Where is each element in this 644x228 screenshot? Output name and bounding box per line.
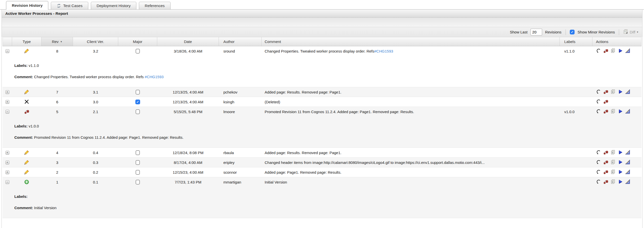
type-cell bbox=[12, 167, 42, 177]
revisions-label: Revisions bbox=[545, 30, 561, 34]
major-checkbox[interactable] bbox=[136, 49, 140, 54]
expand-toggle[interactable]: + bbox=[6, 151, 9, 155]
major-checkbox[interactable] bbox=[136, 160, 140, 165]
run-icon[interactable] bbox=[618, 109, 623, 114]
revision-row[interactable]: +30.38/17/24, 4:00 AMeripleyChanged head… bbox=[3, 158, 641, 167]
restore-icon[interactable] bbox=[596, 150, 601, 155]
revision-row[interactable]: −83.23/18/26, 4:00 AMsroundChanged Prope… bbox=[3, 46, 641, 56]
collapse-toggle[interactable]: − bbox=[6, 110, 9, 114]
rev-cell: 4 bbox=[42, 148, 73, 157]
restore-icon[interactable] bbox=[596, 48, 601, 54]
comment-text: Initial Version bbox=[33, 206, 56, 210]
run-icon[interactable] bbox=[618, 48, 623, 54]
type-cell bbox=[12, 107, 42, 116]
column-header-comment[interactable]: Comment bbox=[262, 37, 560, 46]
refresh-icon bbox=[57, 4, 61, 8]
show-minor-checkbox[interactable]: ✓ bbox=[570, 30, 575, 34]
date-cell: 12/13/25, 4:00 AM bbox=[157, 87, 219, 97]
set-square-icon[interactable] bbox=[625, 169, 631, 175]
copy-icon[interactable] bbox=[611, 160, 616, 165]
promote-action-icon[interactable] bbox=[603, 99, 609, 105]
show-last-input[interactable] bbox=[531, 29, 542, 35]
column-header-actions[interactable]: Actions bbox=[592, 37, 641, 46]
expand-toggle[interactable]: + bbox=[6, 100, 9, 104]
run-icon[interactable] bbox=[618, 179, 623, 185]
restore-icon[interactable] bbox=[596, 89, 601, 95]
expand-cell: − bbox=[3, 107, 12, 116]
set-square-icon[interactable] bbox=[625, 48, 631, 54]
client-ver-cell: 0.1 bbox=[73, 177, 118, 187]
copy-icon[interactable] bbox=[611, 89, 616, 95]
expand-toggle[interactable]: + bbox=[6, 90, 9, 94]
tab-test-cases[interactable]: Test Cases bbox=[51, 2, 88, 10]
revision-row[interactable]: +40.412/18/24, 8:08 PMrbaulaAdded page: … bbox=[3, 148, 641, 157]
restore-icon[interactable] bbox=[596, 109, 601, 114]
action-icons bbox=[596, 109, 631, 114]
promote-action-icon[interactable] bbox=[603, 179, 609, 185]
restore-icon[interactable] bbox=[596, 179, 601, 185]
comment-text: Changed header items from image:http://c… bbox=[265, 160, 485, 165]
diff-button[interactable]: Diff ▾ bbox=[623, 29, 638, 35]
column-header-major[interactable]: Major bbox=[118, 37, 157, 46]
rev-cell: 2 bbox=[42, 167, 73, 177]
copy-icon[interactable] bbox=[611, 150, 616, 155]
restore-icon[interactable] bbox=[596, 99, 601, 105]
major-checkbox[interactable] bbox=[136, 180, 140, 185]
run-icon[interactable] bbox=[618, 150, 623, 155]
collapse-toggle[interactable]: − bbox=[6, 180, 9, 184]
promote-action-icon[interactable] bbox=[603, 48, 609, 54]
comment-cell: (Deleted) bbox=[262, 97, 560, 107]
set-square-icon[interactable] bbox=[625, 89, 631, 95]
restore-icon[interactable] bbox=[596, 169, 601, 175]
promote-action-icon[interactable] bbox=[603, 169, 609, 175]
tab-label: References bbox=[145, 4, 165, 8]
promote-action-icon[interactable] bbox=[603, 89, 609, 95]
revision-row[interactable]: +73.112/13/25, 4:00 AMpchekovAdded page:… bbox=[3, 87, 641, 97]
type-cell bbox=[12, 158, 42, 167]
copy-icon[interactable] bbox=[611, 48, 616, 54]
major-checkbox[interactable]: ✓ bbox=[135, 100, 140, 104]
detail-labels-line: Labels: bbox=[14, 194, 641, 199]
column-header-author[interactable]: Author bbox=[219, 37, 262, 46]
major-checkbox[interactable] bbox=[136, 170, 140, 175]
copy-icon[interactable] bbox=[611, 179, 616, 185]
column-header-client-ver[interactable]: Client Ver. bbox=[73, 37, 118, 46]
action-icons bbox=[596, 48, 631, 54]
author-cell: sconnor bbox=[219, 167, 262, 177]
copy-icon[interactable] bbox=[611, 169, 616, 175]
expand-toggle[interactable]: + bbox=[6, 161, 9, 164]
set-square-icon[interactable] bbox=[625, 160, 631, 165]
tab-deployment-history[interactable]: Deployment History bbox=[91, 2, 136, 10]
major-checkbox[interactable] bbox=[136, 90, 140, 95]
restore-icon[interactable] bbox=[596, 160, 601, 165]
column-header-date[interactable]: Date bbox=[157, 37, 219, 46]
revision-row[interactable]: −52.15/15/25, 5:48 PMlmoorePromoted Revi… bbox=[3, 107, 641, 116]
promote-action-icon[interactable] bbox=[603, 160, 609, 165]
major-checkbox[interactable] bbox=[136, 150, 140, 155]
revision-detail: Labels: v1.1.0Comment: Changed Propertie… bbox=[3, 56, 641, 87]
run-icon[interactable] bbox=[618, 160, 623, 165]
revision-row[interactable]: −10.17/7/23, 1:43 PMmmartiganInitial Ver… bbox=[3, 177, 641, 187]
revision-row[interactable]: +63.0✓12/13/25, 4:00 AMksingh(Deleted) bbox=[3, 97, 641, 107]
tab-references[interactable]: References bbox=[139, 2, 170, 10]
comment-ref-link[interactable]: #CHG1593 bbox=[145, 75, 164, 79]
revision-row[interactable]: +20.212/15/23, 4:00 AMsconnorAdded page:… bbox=[3, 167, 641, 177]
set-square-icon[interactable] bbox=[625, 179, 631, 185]
column-header-labels[interactable]: Labels bbox=[560, 37, 592, 46]
set-square-icon[interactable] bbox=[625, 150, 631, 155]
collapse-toggle[interactable]: − bbox=[6, 49, 9, 53]
copy-icon[interactable] bbox=[611, 109, 616, 114]
tab-revision-history[interactable]: Revision History bbox=[6, 1, 48, 10]
expand-toggle[interactable]: + bbox=[6, 170, 9, 174]
pencil-icon bbox=[24, 150, 29, 155]
promote-action-icon[interactable] bbox=[603, 109, 609, 114]
pencil-icon bbox=[24, 170, 29, 175]
column-header-type[interactable]: Type bbox=[12, 37, 42, 46]
run-icon[interactable] bbox=[618, 89, 623, 95]
comment-ref-link[interactable]: #CHG1593 bbox=[374, 49, 393, 53]
major-checkbox[interactable] bbox=[136, 109, 140, 114]
column-header-rev[interactable]: Rev ▼ bbox=[42, 37, 73, 46]
set-square-icon[interactable] bbox=[625, 109, 631, 114]
run-icon[interactable] bbox=[618, 169, 623, 175]
promote-action-icon[interactable] bbox=[603, 150, 609, 155]
